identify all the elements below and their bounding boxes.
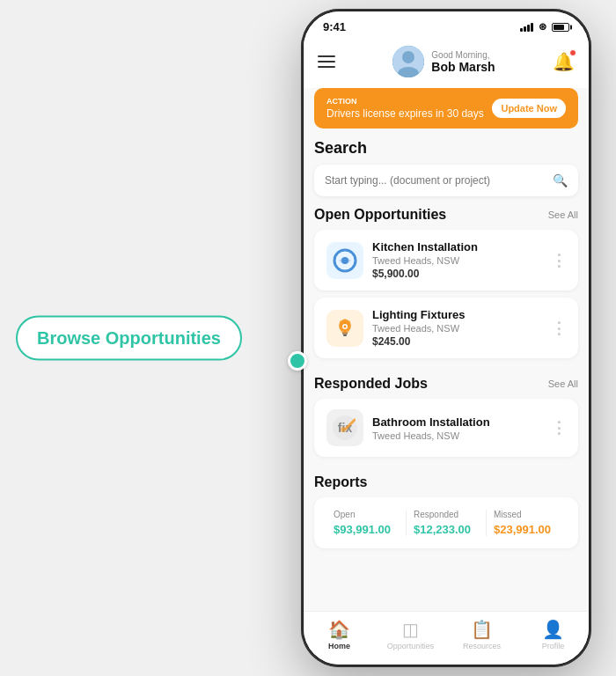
- card-location: Tweed Heads, NSW: [372, 255, 542, 266]
- reports-title: Reports: [314, 474, 578, 490]
- svg-point-15: [341, 427, 346, 432]
- home-icon: 🏠: [328, 619, 350, 640]
- report-missed-label: Missed: [494, 510, 559, 519]
- responded-jobs-title: Responded Jobs: [314, 376, 428, 392]
- list-item[interactable]: Kitchen Installation Tweed Heads, NSW $5…: [314, 230, 578, 290]
- card-title: Kitchen Installation: [372, 240, 542, 254]
- report-missed: Missed $23,991.00: [487, 510, 566, 536]
- search-input[interactable]: [325, 174, 553, 187]
- user-name: Bob Marsh: [431, 60, 495, 74]
- notification-bell-button[interactable]: 🔔: [553, 51, 575, 72]
- open-opportunities-title: Open Opportunities: [314, 207, 446, 223]
- resources-icon: 📋: [471, 619, 493, 640]
- report-open-value: $93,991.00: [334, 523, 399, 536]
- wifi-icon: ⊛: [539, 21, 546, 33]
- kitchen-icon: [326, 242, 363, 279]
- hamburger-menu[interactable]: [318, 55, 335, 68]
- opportunities-icon: ◫: [402, 619, 419, 640]
- card-price: $245.00: [372, 335, 542, 348]
- open-opportunities-see-all[interactable]: See All: [548, 209, 578, 220]
- status-bar: 9:41 ⊛: [304, 11, 589, 37]
- nav-home-label: Home: [328, 642, 350, 650]
- card-title: Bathroom Installation: [372, 415, 542, 429]
- action-banner: Action Drivers license expires in 30 day…: [314, 88, 578, 129]
- header-user: Good Morning, Bob Marsh: [392, 46, 495, 77]
- open-opportunities-section: Open Opportunities See All Kitc: [304, 207, 589, 376]
- status-icons: ⊛: [520, 21, 569, 33]
- report-missed-value: $23,991.00: [494, 523, 559, 536]
- bottom-nav: 🏠 Home ◫ Opportunities 📋 Resources 👤 Pro…: [304, 611, 589, 665]
- profile-icon: 👤: [542, 619, 564, 640]
- signal-icon: [520, 23, 533, 32]
- svg-rect-9: [343, 334, 347, 336]
- phone-frame: 9:41 ⊛: [301, 9, 591, 667]
- report-responded-label: Responded: [414, 510, 479, 519]
- browse-opportunities-badge[interactable]: Browse Opportunities: [16, 316, 242, 361]
- nav-profile-label: Profile: [542, 642, 565, 650]
- nav-home[interactable]: 🏠 Home: [304, 619, 375, 650]
- report-open-label: Open: [334, 510, 399, 519]
- search-icon: 🔍: [553, 173, 568, 187]
- search-label: Search: [314, 139, 578, 158]
- list-item[interactable]: Lighting Fixtures Tweed Heads, NSW $245.…: [314, 298, 578, 358]
- card-more-button[interactable]: ⋮: [551, 251, 566, 270]
- report-responded-value: $12,233.00: [414, 523, 479, 536]
- action-message: Drivers license expires in 30 days: [326, 107, 484, 120]
- bathroom-icon: fix: [326, 409, 363, 446]
- search-section: Search 🔍: [304, 139, 589, 207]
- lighting-icon: [326, 310, 363, 347]
- responded-jobs-section: Responded Jobs See All fix: [304, 376, 589, 474]
- svg-point-11: [344, 325, 347, 327]
- card-location: Tweed Heads, NSW: [372, 430, 542, 441]
- svg-point-5: [341, 257, 348, 264]
- svg-point-1: [402, 51, 414, 63]
- battery-icon: [552, 23, 569, 32]
- card-title: Lighting Fixtures: [372, 308, 542, 321]
- responded-jobs-see-all[interactable]: See All: [548, 378, 578, 389]
- status-time: 9:41: [323, 20, 346, 33]
- app-content: Good Morning, Bob Marsh 🔔 Action Drivers…: [304, 37, 589, 611]
- user-greeting: Good Morning,: [431, 50, 495, 60]
- nav-profile[interactable]: 👤 Profile: [517, 619, 589, 650]
- list-item[interactable]: fix Bathroom Installation Tweed Heads, N…: [314, 399, 578, 457]
- card-price: $5,900.00: [372, 268, 542, 280]
- avatar: [392, 46, 424, 77]
- nav-resources-label: Resources: [463, 642, 501, 650]
- browse-opportunities-label: Browse Opportunities: [37, 328, 221, 348]
- nav-resources[interactable]: 📋 Resources: [446, 619, 517, 650]
- search-box: 🔍: [314, 165, 578, 196]
- nav-opportunities[interactable]: ◫ Opportunities: [375, 619, 446, 650]
- report-open: Open $93,991.00: [326, 510, 407, 536]
- notification-dot: [569, 49, 576, 56]
- header: Good Morning, Bob Marsh 🔔: [304, 37, 589, 88]
- action-update-button[interactable]: Update Now: [492, 99, 566, 118]
- reports-section: Reports Open $93,991.00 Responded $12,23…: [304, 474, 589, 559]
- nav-opportunities-label: Opportunities: [387, 642, 435, 650]
- report-responded: Responded $12,233.00: [407, 510, 487, 536]
- card-more-button[interactable]: ⋮: [551, 319, 566, 338]
- card-location: Tweed Heads, NSW: [372, 323, 542, 334]
- reports-card: Open $93,991.00 Responded $12,233.00 Mis…: [314, 497, 578, 548]
- action-label: Action: [326, 97, 484, 106]
- card-more-button[interactable]: ⋮: [551, 418, 566, 437]
- phone-inner: 9:41 ⊛: [304, 11, 589, 665]
